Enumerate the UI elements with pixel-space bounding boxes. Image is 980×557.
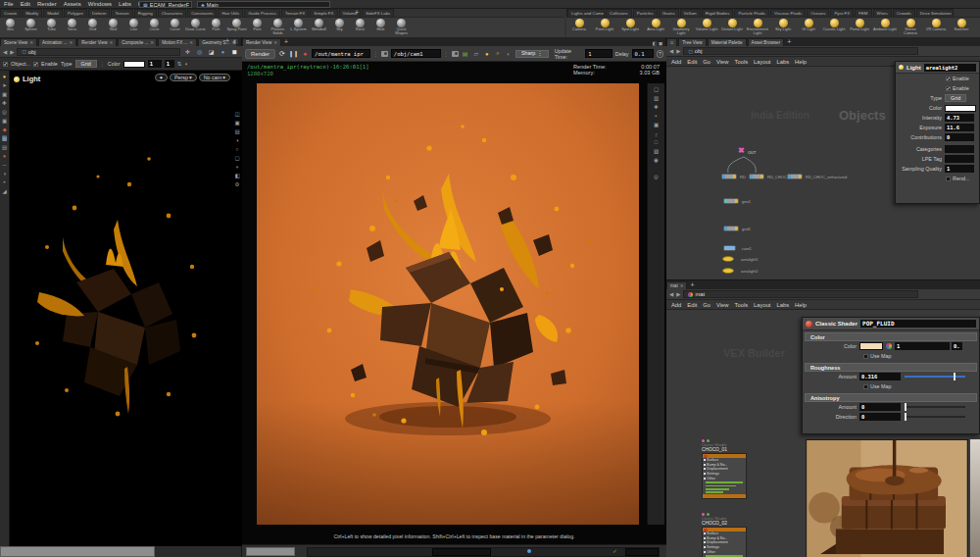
shelf-tool[interactable]: Distant Light xyxy=(719,18,745,37)
shelf-tab[interactable]: Deform xyxy=(88,9,110,17)
operation-bar[interactable] xyxy=(0,546,155,557)
pose-tool-icon[interactable]: ◆ xyxy=(2,127,6,132)
snapshot-icon[interactable]: ▢ xyxy=(654,86,659,92)
pane-tab[interactable]: Render View ✕ xyxy=(242,38,281,47)
shader-name-field[interactable]: POP_FLUID xyxy=(860,320,976,328)
shelf-tab[interactable]: Constraints xyxy=(187,9,217,17)
network-menu-item[interactable]: Edit xyxy=(687,302,697,308)
enable-checkbox[interactable] xyxy=(33,62,38,67)
options-icon[interactable]: ⚙ xyxy=(235,181,240,187)
network-menu-item[interactable]: Labs xyxy=(776,59,789,65)
forward-icon[interactable]: ▶ xyxy=(10,49,14,55)
delay-field[interactable]: 0.1 xyxy=(632,49,654,58)
light-type-dropdown[interactable]: Grid xyxy=(945,94,966,102)
grid-dropdown[interactable]: Grid xyxy=(75,60,97,68)
network-menu-item[interactable]: View xyxy=(716,59,728,65)
camera-selector[interactable]: No cam▾ xyxy=(199,74,230,81)
help-circle-icon[interactable]: ◖ xyxy=(184,61,187,67)
network-menu-item[interactable]: Go xyxy=(703,302,710,308)
node-light[interactable]: arealight1 xyxy=(722,256,734,262)
shelf-tool[interactable]: Quick Shapes xyxy=(391,18,412,37)
refresh-icon[interactable]: ⟳ xyxy=(278,49,286,58)
pane-tab[interactable]: Animation ...✕ xyxy=(38,38,76,47)
shelf-tool[interactable]: Tube xyxy=(41,18,62,37)
camera-menu-icon[interactable]: ⋮ xyxy=(444,51,449,57)
enable-checkbox[interactable] xyxy=(946,76,951,81)
pane-tab[interactable]: Scene View✕ xyxy=(0,38,37,47)
node-out[interactable]: ✖OUT xyxy=(738,147,745,155)
shelf-tab[interactable]: Drive Simulation xyxy=(916,9,954,17)
shade-mode-icon[interactable]: ◑ xyxy=(235,137,238,143)
view-tool-icon[interactable]: ◑ xyxy=(3,171,6,177)
scale-tool-icon[interactable]: ▣ xyxy=(2,118,7,124)
crop-icon[interactable]: ┌ xyxy=(655,130,659,136)
menu-item[interactable]: Labs xyxy=(119,1,131,7)
shelf-tool[interactable]: Curve xyxy=(165,18,185,37)
light-color-swatch[interactable] xyxy=(945,105,976,112)
shelf-tool[interactable]: Rock xyxy=(350,18,370,37)
dot-icon[interactable]: ● xyxy=(219,47,227,56)
close-icon[interactable]: ✕ xyxy=(110,39,114,47)
shelf-tool[interactable]: Sky xyxy=(329,18,350,37)
close-icon[interactable]: ✕ xyxy=(70,39,74,47)
shelf-tool[interactable]: Circle xyxy=(144,18,165,37)
rop-path-field[interactable]: /out/mantra_ipr xyxy=(312,49,370,58)
shelf-tab[interactable]: Grains xyxy=(659,9,679,17)
close-icon[interactable]: ✕ xyxy=(273,39,277,47)
rop-menu-icon[interactable]: ⋮ xyxy=(373,51,378,57)
pane-tab[interactable]: Render View✕ xyxy=(77,38,117,47)
shelf-tool[interactable]: Path xyxy=(206,18,226,37)
wire-mode-icon[interactable]: ○ xyxy=(235,146,238,152)
add-pane-tab-icon[interactable]: + xyxy=(787,38,791,46)
node-input-row[interactable]: Other xyxy=(703,476,746,481)
pane-tab[interactable]: mat ✕ xyxy=(666,281,687,290)
node-input-row[interactable]: Other xyxy=(703,549,746,554)
shelf-tool[interactable]: L-System xyxy=(288,18,309,37)
network-menu-item[interactable]: View xyxy=(716,302,728,308)
render-button[interactable]: Render xyxy=(245,49,275,59)
shelf-tab[interactable]: Texture xyxy=(111,9,132,17)
pane-tab[interactable]: Asset Browser xyxy=(748,38,785,47)
shader-color-swatch[interactable] xyxy=(859,342,883,350)
direction-field[interactable]: 0 xyxy=(859,413,901,421)
sampling-quality-field[interactable]: 1 xyxy=(945,165,974,173)
node-geo[interactable]: RD_CHOC_anim xyxy=(749,174,764,179)
select-mode-icon[interactable]: ◎ xyxy=(195,47,204,56)
stop-icon[interactable]: ● xyxy=(301,49,309,58)
add-pane-tab-icon[interactable]: + xyxy=(225,37,229,45)
snapshot-icon[interactable]: ▢ xyxy=(234,155,239,161)
anisotropy-section-bar[interactable]: Anisotropy xyxy=(805,393,977,402)
gamma-widget[interactable] xyxy=(246,547,295,556)
frame-region-icon[interactable]: ▣ xyxy=(654,122,659,127)
mat-network-editor[interactable]: VEX Builder Classic Shader CHOCO_01 Surf… xyxy=(666,310,980,557)
viewport-layout-icon[interactable]: ◪ xyxy=(207,47,216,56)
shelf-tab[interactable]: Characters xyxy=(158,9,186,17)
color-r-field[interactable]: 1 xyxy=(895,342,950,350)
crosshair-icon[interactable]: ⌖ xyxy=(235,164,238,170)
color-section-bar[interactable]: Color xyxy=(805,332,977,341)
scene-path-chip[interactable]: ▢ obj xyxy=(17,48,180,56)
shelf-tool[interactable]: Wall xyxy=(103,18,123,37)
use-map-checkbox[interactable] xyxy=(863,384,868,389)
shelf-tool[interactable]: Box xyxy=(0,18,21,37)
shelf-tool[interactable]: Volume Light xyxy=(694,18,719,37)
update-time-field[interactable]: 1 xyxy=(585,49,612,58)
menu-item[interactable]: Assets xyxy=(64,1,81,7)
shelf-tool[interactable]: GI Light xyxy=(796,18,821,37)
shelf-tab[interactable]: Vellum xyxy=(680,9,701,17)
material-node[interactable]: Classic Shader CHOCO_01 SurfaceBump & No… xyxy=(702,439,747,499)
center-icon[interactable]: ◉ xyxy=(654,157,659,163)
add-pane-tab-icon[interactable]: + xyxy=(284,38,288,46)
gamma-field[interactable] xyxy=(432,548,491,556)
add-pane-tab-icon[interactable]: + xyxy=(690,281,694,289)
node-geo[interactable]: grid1 xyxy=(723,226,739,231)
forward-icon[interactable]: ▶ xyxy=(676,291,680,297)
network-menu-item[interactable]: Layout xyxy=(754,59,770,65)
shelf-tab[interactable]: Hair Utils xyxy=(218,9,243,17)
shelf-tool[interactable]: Environment Light xyxy=(745,18,770,37)
network-menu-item[interactable]: Tools xyxy=(735,59,749,65)
shelf-tab[interactable]: Model xyxy=(43,9,63,17)
roi-icon[interactable]: □ xyxy=(655,139,658,145)
node-light[interactable]: arealight2 xyxy=(722,268,734,274)
shelf-tab[interactable]: Simple FX xyxy=(310,9,337,17)
